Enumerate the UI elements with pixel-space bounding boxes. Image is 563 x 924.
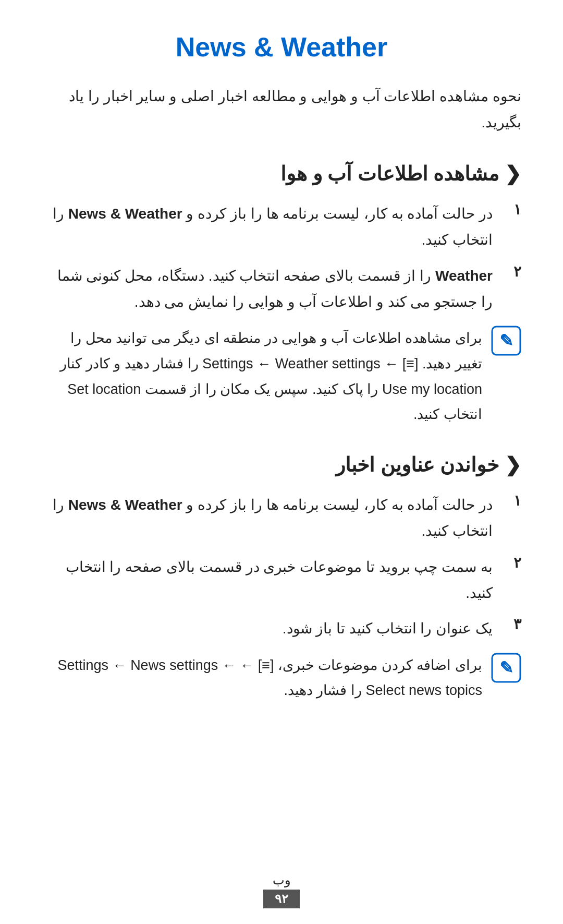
weather-steps: ۱ در حالت آماده به کار، لیست برنامه ها ر… — [42, 201, 521, 316]
page-title: News & Weather — [42, 31, 521, 63]
news-step-text-2: به سمت چپ بروید تا موضوعات خبری در قسمت … — [42, 554, 493, 607]
news-note: ✎ برای اضافه کردن موضوعات خبری، [≡] ← Se… — [42, 653, 521, 703]
news-step-text-1: در حالت آماده به کار، لیست برنامه ها را … — [42, 492, 493, 545]
arrow-icon: ❮ — [499, 163, 521, 185]
weather-step-2: ۲ Weather را از قسمت بالای صفحه انتخاب ک… — [42, 263, 521, 316]
news-step-text-3: یک عنوان را انتخاب کنید تا باز شود. — [42, 616, 493, 642]
svg-text:✎: ✎ — [499, 331, 513, 350]
news-step-3: ۳ یک عنوان را انتخاب کنید تا باز شود. — [42, 616, 521, 642]
weather-step-1: ۱ در حالت آماده به کار، لیست برنامه ها ر… — [42, 201, 521, 254]
news-step-number-1: ۱ — [498, 492, 521, 509]
news-weather-bold-2: News & Weather — [68, 497, 182, 513]
page-number: ۹۲ — [263, 890, 300, 908]
news-section-heading: ❮ خواندن عناوین اخبار — [42, 453, 521, 476]
news-note-text: برای اضافه کردن موضوعات خبری، [≡] ← Sett… — [42, 653, 482, 703]
intro-text: نحوه مشاهده اطلاعات آب و هوایی و مطالعه … — [42, 83, 521, 136]
news-weather-bold-1: News & Weather — [68, 206, 182, 222]
news-step-number-3: ۳ — [498, 616, 521, 633]
news-step-2: ۲ به سمت چپ بروید تا موضوعات خبری در قسم… — [42, 554, 521, 607]
weather-bold: Weather — [435, 268, 493, 284]
page-footer: وب ۹۲ — [0, 873, 563, 908]
news-steps: ۱ در حالت آماده به کار، لیست برنامه ها ر… — [42, 492, 521, 642]
step-text-1: در حالت آماده به کار، لیست برنامه ها را … — [42, 201, 493, 254]
page-container: News & Weather نحوه مشاهده اطلاعات آب و … — [0, 0, 563, 924]
note-icon-news: ✎ — [490, 653, 521, 684]
step-number-1: ۱ — [498, 201, 521, 218]
weather-note-text: برای مشاهده اطلاعات آب و هوایی در منطقه … — [42, 326, 482, 427]
note-icon-weather: ✎ — [490, 326, 521, 357]
footer-label: وب — [0, 873, 563, 887]
news-section: ❮ خواندن عناوین اخبار ۱ در حالت آماده به… — [42, 453, 521, 703]
weather-section: ❮ مشاهده اطلاعات آب و هوا ۱ در حالت آماد… — [42, 162, 521, 427]
svg-text:✎: ✎ — [499, 658, 513, 677]
arrow-icon-news: ❮ — [499, 454, 521, 476]
weather-note: ✎ برای مشاهده اطلاعات آب و هوایی در منطق… — [42, 326, 521, 427]
step-text-2: Weather را از قسمت بالای صفحه انتخاب کنی… — [42, 263, 493, 316]
step-number-2: ۲ — [498, 263, 521, 280]
news-step-1: ۱ در حالت آماده به کار، لیست برنامه ها ر… — [42, 492, 521, 545]
news-step-number-2: ۲ — [498, 554, 521, 571]
weather-section-heading: ❮ مشاهده اطلاعات آب و هوا — [42, 162, 521, 185]
